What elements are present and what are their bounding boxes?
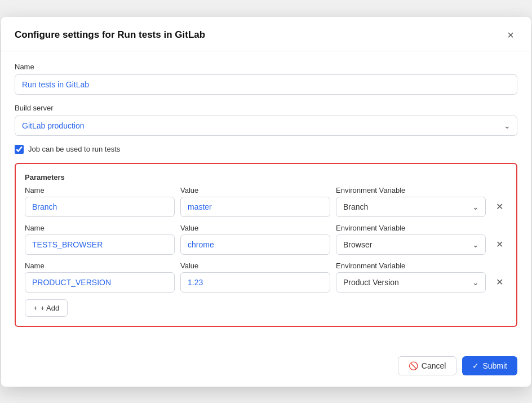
name-input[interactable]	[15, 74, 517, 95]
col-name-label-2: Name	[25, 224, 175, 232]
add-parameter-button[interactable]: + + Add	[25, 299, 68, 317]
param-env-select-1[interactable]: Branch Browser Product Version	[336, 197, 486, 217]
param-env-select-2[interactable]: Branch Browser Product Version	[336, 234, 486, 255]
cancel-label: Cancel	[422, 361, 446, 370]
col-name-label-1: Name	[25, 186, 175, 194]
name-field-group: Name	[15, 63, 517, 95]
col-name-label-3: Name	[25, 262, 175, 270]
param-value-input-3[interactable]	[180, 272, 330, 293]
param-value-input-2[interactable]	[180, 234, 330, 255]
checkbox-row: Job can be used to run tests	[15, 145, 517, 154]
close-icon: ×	[507, 29, 514, 41]
col-env-label-1: Environment Variable	[336, 186, 486, 194]
modal-header: Configure settings for Run tests in GitL…	[1, 17, 531, 51]
param-remove-button-3[interactable]: ✕	[491, 276, 507, 289]
param-value-input-1[interactable]	[180, 197, 330, 217]
col-env-label-2: Environment Variable	[336, 224, 486, 232]
build-server-field-group: Build server GitLab production GitLab st…	[15, 104, 517, 136]
param-env-select-wrapper-2: Branch Browser Product Version ⌄	[336, 234, 486, 255]
param-name-input-2[interactable]	[25, 234, 175, 255]
param-inputs-1: Branch Browser Product Version ⌄ ✕	[25, 197, 507, 217]
param-col-headers-2: Name Value Environment Variable	[25, 224, 507, 232]
col-value-label-1: Value	[180, 186, 330, 194]
modal-title: Configure settings for Run tests in GitL…	[15, 29, 205, 41]
param-row-2: Name Value Environment Variable Branch B…	[25, 224, 507, 255]
parameters-section: Parameters Name Value Environment Variab…	[15, 163, 517, 327]
col-env-label-3: Environment Variable	[336, 262, 486, 270]
cancel-icon: 🚫	[409, 361, 418, 370]
param-col-headers-1: Name Value Environment Variable	[25, 186, 507, 194]
param-env-select-wrapper-3: Branch Browser Product Version ⌄	[336, 272, 486, 293]
param-row-1: Name Value Environment Variable Branch B…	[25, 186, 507, 217]
cancel-button[interactable]: 🚫 Cancel	[398, 356, 457, 375]
param-env-select-3[interactable]: Branch Browser Product Version	[336, 272, 486, 293]
param-remove-button-2[interactable]: ✕	[491, 238, 507, 251]
build-server-select-wrapper: GitLab production GitLab staging ⌄	[15, 116, 517, 136]
col-value-label-3: Value	[180, 262, 330, 270]
modal-footer: 🚫 Cancel ✓ Submit	[1, 349, 531, 387]
submit-button[interactable]: ✓ Submit	[462, 356, 517, 375]
param-env-select-wrapper-1: Branch Browser Product Version ⌄	[336, 197, 486, 217]
remove-icon-1: ✕	[496, 201, 503, 212]
param-name-input-1[interactable]	[25, 197, 175, 217]
param-remove-button-1[interactable]: ✕	[491, 200, 507, 213]
build-server-select[interactable]: GitLab production GitLab staging	[15, 116, 517, 136]
run-tests-checkbox[interactable]	[15, 145, 24, 154]
param-inputs-2: Branch Browser Product Version ⌄ ✕	[25, 234, 507, 255]
modal: Configure settings for Run tests in GitL…	[1, 17, 531, 387]
param-row-3: Name Value Environment Variable Branch B…	[25, 262, 507, 293]
parameters-title: Parameters	[25, 173, 507, 181]
remove-icon-3: ✕	[496, 277, 503, 287]
param-inputs-3: Branch Browser Product Version ⌄ ✕	[25, 272, 507, 293]
col-value-label-2: Value	[180, 224, 330, 232]
build-server-label: Build server	[15, 104, 517, 112]
checkbox-label: Job can be used to run tests	[28, 145, 120, 153]
add-button-label: + Add	[41, 304, 60, 312]
param-col-headers-3: Name Value Environment Variable	[25, 262, 507, 270]
modal-body: Name Build server GitLab production GitL…	[1, 51, 531, 349]
remove-icon-2: ✕	[496, 239, 503, 250]
submit-label: Submit	[482, 361, 507, 370]
param-name-input-3[interactable]	[25, 272, 175, 293]
add-icon: +	[33, 304, 38, 312]
submit-checkmark-icon: ✓	[472, 361, 479, 370]
close-button[interactable]: ×	[504, 28, 517, 42]
name-label: Name	[15, 63, 517, 71]
